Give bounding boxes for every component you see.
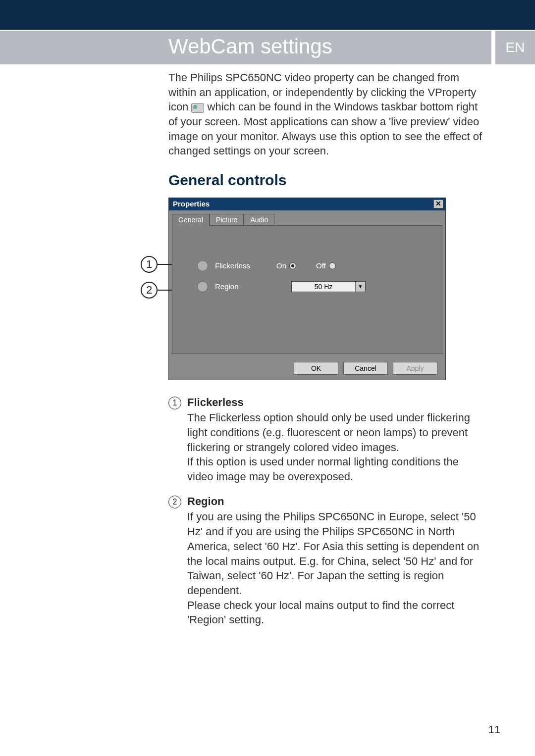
item-1-body: Flickerless The Flickerless option shoul… (187, 395, 485, 484)
radio-off-icon[interactable] (329, 262, 336, 269)
title-row: WebCam settings EN (0, 31, 535, 64)
region-icon (197, 281, 208, 292)
intro-line1: The Philips SPC650NC video property can … (168, 70, 485, 100)
flickerless-on[interactable]: On (276, 261, 296, 270)
dialog-title: Properties (173, 200, 210, 208)
flickerless-off-label: Off (316, 261, 326, 270)
flickerless-on-label: On (276, 261, 286, 270)
callout-2-num: 2 (141, 282, 158, 299)
item-1-title: Flickerless (187, 395, 485, 410)
flickerless-radio-group: On Off (276, 261, 336, 270)
page-number: 11 (488, 723, 500, 736)
intro-line2-prefix: icon (168, 101, 191, 113)
tab-picture[interactable]: Picture (210, 214, 244, 226)
callout-1-num: 1 (141, 256, 158, 273)
language-label: EN (495, 31, 535, 64)
radio-on-icon[interactable] (289, 262, 296, 269)
item-1-num: 1 (168, 397, 181, 409)
item-2-body: Region If you are using the Philips SPC6… (187, 494, 485, 627)
chevron-down-icon[interactable]: ▼ (355, 282, 365, 292)
ok-button[interactable]: OK (294, 362, 338, 375)
tab-general[interactable]: General (172, 214, 210, 226)
item-2-title: Region (187, 494, 485, 509)
dialog-titlebar: Properties ✕ (169, 198, 445, 210)
vproperty-icon (191, 103, 204, 113)
intro-paragraph: The Philips SPC650NC video property can … (168, 70, 485, 191)
region-row: Region 50 Hz ▼ (172, 276, 442, 297)
dialog-tabs: General Picture Audio (172, 213, 442, 225)
tab-audio[interactable]: Audio (244, 214, 274, 226)
region-select[interactable]: 50 Hz ▼ (291, 281, 366, 292)
properties-dialog: Properties ✕ General Picture Audio Flick… (168, 198, 446, 380)
flickerless-label: Flickerless (215, 261, 269, 270)
item-region: 2 Region If you are using the Philips SP… (168, 494, 485, 627)
dialog-wrap: 1 2 Properties ✕ General Picture Audio F… (168, 198, 535, 380)
item-1-text: The Flickerless option should only be us… (187, 410, 485, 484)
flickerless-row: Flickerless On Off (172, 255, 442, 276)
dialog-buttons: OK Cancel Apply (169, 357, 445, 380)
top-bar (0, 0, 535, 30)
close-icon[interactable]: ✕ (433, 200, 443, 208)
apply-button: Apply (393, 362, 437, 375)
item-2-text: If you are using the Philips SPC650NC in… (187, 509, 485, 627)
item-2-num: 2 (168, 496, 181, 508)
dialog-body: General Picture Audio Flickerless On Off (169, 210, 445, 357)
section-heading: General controls (168, 170, 485, 191)
intro-line2-suffix: which can be found in the Windows taskba… (168, 101, 482, 157)
flickerless-icon (197, 260, 208, 271)
item-flickerless: 1 Flickerless The Flickerless option sho… (168, 395, 485, 484)
tab-panel-general: Flickerless On Off Region (172, 225, 442, 354)
cancel-button[interactable]: Cancel (343, 362, 388, 375)
intro-line2: icon which can be found in the Windows t… (168, 100, 485, 158)
items-list: 1 Flickerless The Flickerless option sho… (168, 395, 485, 627)
region-select-value: 50 Hz (292, 283, 355, 291)
flickerless-off[interactable]: Off (316, 261, 336, 270)
region-label: Region (215, 282, 269, 291)
page-title: WebCam settings (0, 31, 491, 64)
